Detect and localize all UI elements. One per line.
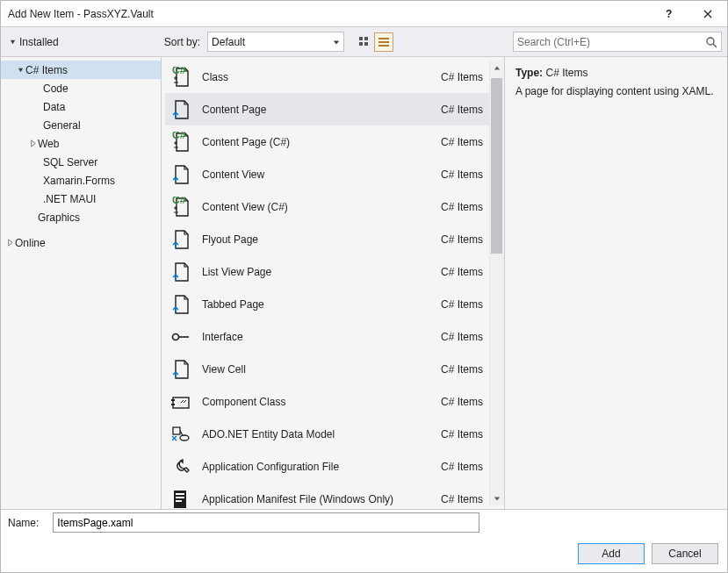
template-name: Flyout Page [202,233,430,246]
view-toggle [355,32,393,52]
tree-node-code[interactable]: Code [1,79,161,97]
cancel-button[interactable]: Cancel [652,543,718,564]
svg-rect-15 [171,404,175,405]
template-category: C# Items [441,493,483,505]
help-button[interactable]: ? [648,1,688,26]
template-list[interactable]: C#ClassC# ItemsContent PageC# ItemsC#Con… [162,57,504,509]
name-input[interactable] [53,512,479,533]
svg-rect-2 [364,37,368,40]
collapse-icon [9,38,17,46]
sort-dropdown[interactable]: Default [207,32,344,52]
template-category: C# Items [441,233,483,246]
tree-node-graphics[interactable]: Graphics [1,208,161,226]
tree-node-data[interactable]: Data [1,97,161,116]
tree-node-online[interactable]: Online [1,233,161,252]
template-name: ADO.NET Entity Data Model [202,428,430,440]
dialog-body: C# Items Code Data General Web SQL Serve… [1,57,727,509]
svg-rect-6 [378,41,389,43]
list-view-button[interactable] [374,32,393,52]
svg-rect-21 [176,500,182,502]
svg-point-8 [707,38,714,45]
template-item[interactable]: Application Configuration FileC# Items [165,450,504,483]
template-category: C# Items [441,104,483,116]
template-category: C# Items [441,428,483,440]
search-input[interactable]: Search (Ctrl+E) [513,32,722,52]
template-category: C# Items [441,168,483,181]
template-item[interactable]: Flyout PageC# Items [165,223,504,255]
template-pane: C#ClassC# ItemsContent PageC# ItemsC#Con… [162,57,504,509]
template-icon [170,456,191,477]
svg-rect-4 [364,42,368,46]
svg-point-17 [180,435,189,440]
grid-view-button[interactable] [355,32,374,52]
template-item[interactable]: List View PageC# Items [165,255,504,288]
template-item[interactable]: C#Content View (C#)C# Items [165,190,504,223]
template-item[interactable]: C#Content Page (C#)C# Items [165,125,504,158]
template-icon [170,391,191,412]
installed-root[interactable]: Installed [6,36,61,48]
template-icon [170,229,191,250]
template-icon [170,359,191,380]
template-name: Content Page [202,104,430,116]
template-item[interactable]: C#ClassC# Items [165,61,504,93]
template-name: Interface [202,331,430,343]
svg-text:?: ? [666,10,672,18]
svg-rect-19 [176,493,184,495]
template-item[interactable]: ADO.NET Entity Data ModelC# Items [165,418,504,450]
template-category: C# Items [441,71,483,83]
template-item[interactable]: Content PageC# Items [165,93,504,125]
sortby-label: Sort by: [164,36,200,48]
template-item[interactable]: Tabbed PageC# Items [165,288,504,320]
button-bar: Add Cancel [1,535,727,572]
template-name: Content Page (C#) [202,136,430,148]
template-icon [170,261,191,283]
template-description: A page for displaying content using XAML… [515,84,717,98]
template-category: C# Items [441,136,483,148]
svg-rect-14 [171,399,175,401]
svg-rect-1 [359,37,363,40]
template-name: Tabbed Page [202,298,430,311]
template-name: Application Manifest File (Windows Only) [202,493,430,505]
sort-value: Default [212,36,245,48]
tree-node-web[interactable]: Web [1,134,161,153]
svg-rect-5 [378,38,389,39]
details-pane: Type: C# Items A page for displaying con… [504,57,727,509]
svg-rect-7 [378,45,389,47]
add-button[interactable]: Add [578,543,645,564]
template-name: Content View [202,168,430,181]
svg-rect-3 [359,42,363,46]
template-name: List View Page [202,266,430,278]
toolbar: Installed Sort by: Default Search (Ctrl+… [1,27,727,57]
template-category: C# Items [441,461,483,473]
template-category: C# Items [441,266,483,278]
expand-icon [27,140,38,147]
scroll-down-icon[interactable] [489,491,504,505]
tree-node-general[interactable]: General [1,116,161,134]
template-name: Component Class [202,396,430,408]
scrollbar[interactable] [489,61,504,505]
template-item[interactable]: InterfaceC# Items [165,320,504,353]
collapse-icon [15,66,25,74]
tree-node-maui[interactable]: .NET MAUI [1,190,161,208]
template-item[interactable]: View CellC# Items [165,353,504,385]
close-button[interactable] [688,1,727,26]
svg-rect-16 [173,427,180,434]
template-icon [170,294,191,315]
template-category: C# Items [441,396,483,408]
template-icon [170,489,191,510]
category-tree: C# Items Code Data General Web SQL Serve… [1,57,162,509]
expand-icon [4,239,15,247]
scroll-up-icon[interactable] [489,61,504,75]
template-category: C# Items [441,298,483,311]
template-icon: C# [170,132,191,153]
template-item[interactable]: Application Manifest File (Windows Only)… [165,483,504,509]
scroll-thumb[interactable] [491,78,502,254]
template-item[interactable]: Component ClassC# Items [165,385,504,418]
template-item[interactable]: Content ViewC# Items [165,158,504,190]
tree-node-sqlserver[interactable]: SQL Server [1,153,161,171]
template-icon [170,326,191,347]
tree-node-csharp-items[interactable]: C# Items [1,61,161,79]
tree-node-xamarin[interactable]: Xamarin.Forms [1,171,161,190]
type-value: C# Items [545,67,587,79]
type-label: Type: [515,67,543,79]
